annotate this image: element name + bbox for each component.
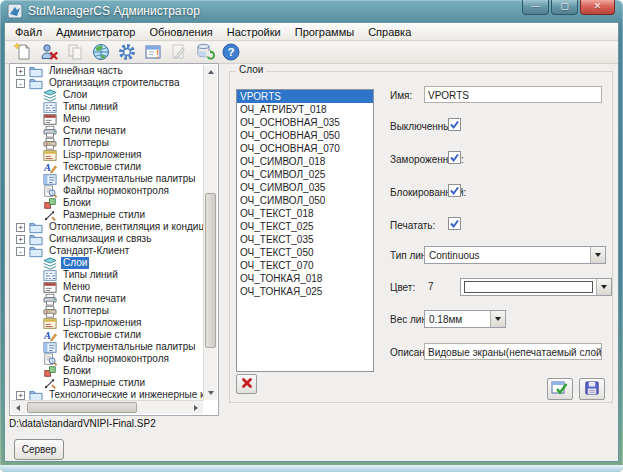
- tree-item[interactable]: +Отопление, вентиляция и кондиционирс: [10, 221, 203, 233]
- apply-button[interactable]: [547, 378, 573, 400]
- tree-item[interactable]: Меню: [10, 113, 203, 125]
- tree-item[interactable]: -Организация строительства: [10, 77, 203, 89]
- menu-item[interactable]: Справка: [361, 24, 418, 40]
- layer-list[interactable]: VPORTSОЧ_АТРИБУТ_018ОЧ_ОСНОВНАЯ_035ОЧ_ОС…: [236, 89, 374, 372]
- scroll-down-icon[interactable]: [204, 386, 218, 400]
- tree-item[interactable]: Файлы нормоконтроля: [10, 353, 203, 365]
- tree-item[interactable]: +Линейная часть: [10, 65, 203, 77]
- scroll-up-icon[interactable]: [204, 65, 218, 79]
- menu-item[interactable]: Обновления: [142, 24, 219, 40]
- server-button[interactable]: Сервер: [14, 439, 64, 460]
- tree-item[interactable]: Типы линий: [10, 101, 203, 113]
- color-combo[interactable]: [460, 278, 612, 296]
- layer-list-item[interactable]: VPORTS: [237, 90, 373, 103]
- name-input[interactable]: VPORTS: [424, 86, 602, 103]
- copy-button[interactable]: [62, 42, 88, 63]
- tree-item[interactable]: Плоттеры: [10, 137, 203, 149]
- layer-list-item[interactable]: ОЧ_АТРИБУТ_018: [237, 103, 373, 116]
- delete-x-icon: [240, 376, 254, 392]
- tree-vscroll-thumb[interactable]: [205, 193, 216, 348]
- tree-hscroll-thumb[interactable]: [27, 402, 137, 413]
- tree-item[interactable]: Слои: [10, 257, 203, 269]
- delete-user-button[interactable]: [36, 42, 62, 63]
- tree-item[interactable]: +Технологические и инженерные коммуни: [10, 389, 203, 400]
- new-document-button[interactable]: [10, 42, 36, 63]
- locked-checkbox[interactable]: [448, 184, 461, 197]
- tree-item-label: Инструментальные палитры: [61, 173, 197, 185]
- menu-item[interactable]: Настройки: [220, 24, 288, 40]
- window-settings-button[interactable]: !: [140, 42, 166, 63]
- layer-list-item[interactable]: ОЧ_ТЕКСТ_035: [237, 233, 373, 246]
- chevron-down-icon[interactable]: [590, 247, 605, 263]
- title-bar[interactable]: StdManagerCS Администратор — ▢ ✕: [0, 0, 623, 22]
- minimize-button[interactable]: —: [522, 0, 549, 15]
- tree-item[interactable]: Блоки: [10, 365, 203, 377]
- expand-icon[interactable]: +: [16, 391, 25, 400]
- chevron-down-icon[interactable]: [596, 279, 611, 295]
- scroll-right-icon[interactable]: [189, 401, 203, 415]
- globe-update-button[interactable]: [88, 42, 114, 63]
- expand-icon[interactable]: +: [16, 67, 25, 76]
- expand-icon[interactable]: +: [16, 235, 25, 244]
- delete-layer-button[interactable]: [236, 374, 257, 394]
- collapse-icon[interactable]: -: [16, 79, 25, 88]
- tree-item[interactable]: Lisp-приложения: [10, 149, 203, 161]
- layer-list-item[interactable]: ОЧ_ТЕКСТ_025: [237, 220, 373, 233]
- collapse-icon[interactable]: -: [16, 247, 25, 256]
- tree-vertical-scrollbar[interactable]: [203, 65, 217, 400]
- tree-item[interactable]: Блоки: [10, 197, 203, 209]
- layer-list-item[interactable]: ОЧ_ОСНОВНАЯ_070: [237, 142, 373, 155]
- layer-list-item[interactable]: ОЧ_ОСНОВНАЯ_035: [237, 116, 373, 129]
- plot-checkbox[interactable]: [448, 217, 461, 230]
- tree-item[interactable]: Стили печати: [10, 125, 203, 137]
- tree-item[interactable]: AТекстовые стили: [10, 329, 203, 341]
- tree-item[interactable]: -Стандарт-Клиент: [10, 245, 203, 257]
- tree-item[interactable]: Типы линий: [10, 269, 203, 281]
- layer-list-item[interactable]: ОЧ_СИМВОЛ_050: [237, 194, 373, 207]
- tree-item[interactable]: Меню: [10, 281, 203, 293]
- tree-item[interactable]: Файлы нормоконтроля: [10, 185, 203, 197]
- window-title: StdManagerCS Администратор: [28, 4, 200, 18]
- lineweight-combo[interactable]: 0.18мм: [424, 310, 506, 328]
- off-checkbox[interactable]: [448, 118, 461, 131]
- tree-item[interactable]: AТекстовые стили: [10, 161, 203, 173]
- tree-item[interactable]: Размерные стили: [10, 377, 203, 389]
- layer-list-item[interactable]: ОЧ_ТЕКСТ_018: [237, 207, 373, 220]
- database-refresh-button[interactable]: [192, 42, 218, 63]
- check-icon: [449, 218, 460, 229]
- chevron-down-icon[interactable]: [490, 311, 505, 327]
- tree-item-label: Меню: [61, 281, 92, 293]
- tree-item[interactable]: Размерные стили: [10, 209, 203, 221]
- layer-list-item[interactable]: ОЧ_ТОНКАЯ_018: [237, 272, 373, 285]
- menu-item[interactable]: Программы: [288, 24, 361, 40]
- layer-list-item[interactable]: ОЧ_СИМВОЛ_018: [237, 155, 373, 168]
- settings-gear-button[interactable]: [114, 42, 140, 63]
- save-floppy-icon: [584, 380, 600, 398]
- tree-item[interactable]: Lisp-приложения: [10, 317, 203, 329]
- save-button[interactable]: [579, 378, 605, 400]
- layer-list-item[interactable]: ОЧ_СИМВОЛ_035: [237, 181, 373, 194]
- tree-item[interactable]: +Сигнализация и связь: [10, 233, 203, 245]
- frozen-checkbox[interactable]: [448, 151, 461, 164]
- tree-item[interactable]: Инструментальные палитры: [10, 341, 203, 353]
- edit-button[interactable]: [166, 42, 192, 63]
- linetype-combo[interactable]: Continuous: [424, 246, 606, 264]
- tree-item[interactable]: Слои: [10, 89, 203, 101]
- layer-list-item[interactable]: ОЧ_ТОНКАЯ_025: [237, 285, 373, 298]
- tree-horizontal-scrollbar[interactable]: [11, 400, 203, 414]
- menu-item[interactable]: Администратор: [49, 24, 142, 40]
- layer-list-item[interactable]: ОЧ_ТЕКСТ_070: [237, 259, 373, 272]
- layer-list-item[interactable]: ОЧ_СИМВОЛ_025: [237, 168, 373, 181]
- scroll-left-icon[interactable]: [11, 401, 25, 415]
- tree-item[interactable]: Стили печати: [10, 293, 203, 305]
- layer-list-item[interactable]: ОЧ_ОСНОВНАЯ_050: [237, 129, 373, 142]
- menu-item[interactable]: Файл: [8, 24, 49, 40]
- tree-item[interactable]: Плоттеры: [10, 305, 203, 317]
- description-input[interactable]: Видовые экраны(непечатаемый слой): [424, 343, 602, 360]
- tree-item[interactable]: Инструментальные палитры: [10, 173, 203, 185]
- close-button[interactable]: ✕: [580, 0, 615, 15]
- maximize-button[interactable]: ▢: [551, 0, 578, 15]
- help-button[interactable]: ?: [218, 42, 244, 63]
- layer-list-item[interactable]: ОЧ_ТЕКСТ_050: [237, 246, 373, 259]
- expand-icon[interactable]: +: [16, 223, 25, 232]
